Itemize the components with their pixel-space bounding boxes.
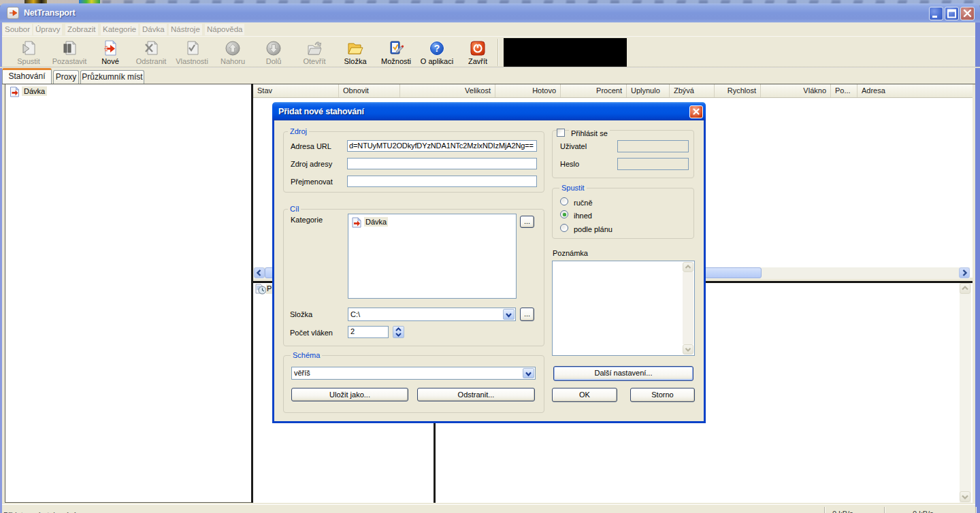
- svg-text:?: ?: [434, 43, 440, 54]
